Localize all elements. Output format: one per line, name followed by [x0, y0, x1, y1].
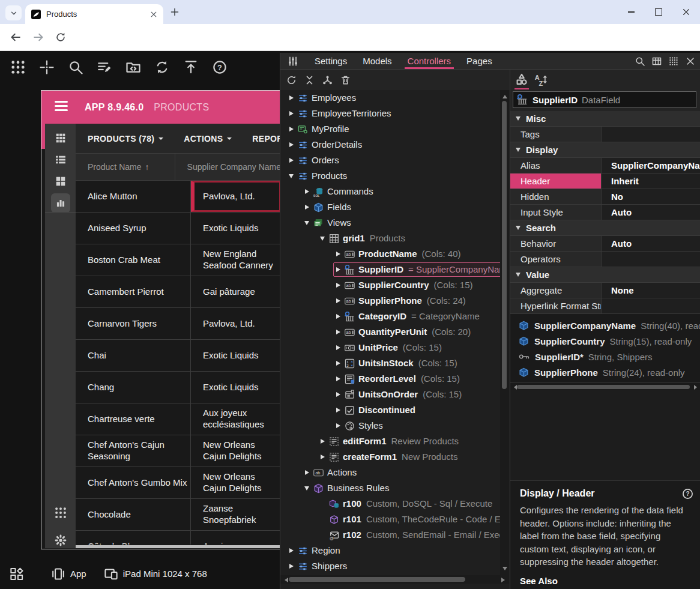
- table-row[interactable]: Carnarvon TigersPavlova, Ltd.: [76, 308, 281, 340]
- tree-vertical-scrollbar[interactable]: [500, 90, 509, 575]
- close-icon[interactable]: [686, 56, 695, 66]
- scrollbar-thumb[interactable]: [289, 577, 465, 582]
- scrollbar-thumb[interactable]: [502, 101, 507, 389]
- table-row[interactable]: Côte de BlayeAux joyeux: [76, 531, 281, 545]
- property-row-tags[interactable]: Tags: [510, 127, 700, 142]
- table-cell[interactable]: Chef Anton's Cajun Seasoning: [76, 435, 191, 467]
- table-row[interactable]: ChocoladeZaanse Snoepfabriek: [76, 499, 281, 531]
- table-row[interactable]: Chef Anton's Gumbo MixNew Orleans Cajun …: [76, 467, 281, 499]
- table-row[interactable]: ChangExotic Liquids: [76, 372, 281, 403]
- table-cell[interactable]: Pavlova, Ltd.: [191, 181, 281, 212]
- dashboard-icon[interactable]: [10, 567, 23, 581]
- tree-horizontal-scrollbar[interactable]: [280, 575, 509, 584]
- device-selector[interactable]: iPad Mini 1024 x 768: [104, 567, 207, 581]
- base-field-supplierid[interactable]: SupplierID*String, Shippers: [510, 349, 700, 364]
- table-cell[interactable]: Boston Crab Meat: [76, 244, 191, 276]
- table-cell[interactable]: Côte de Blaye: [76, 531, 191, 545]
- tree-item-commands[interactable]: SQLCommands: [280, 184, 500, 199]
- browser-tab[interactable]: Products: [25, 4, 163, 24]
- forward-icon[interactable]: [32, 31, 44, 43]
- sidebar-chart-icon[interactable]: [45, 192, 76, 214]
- search-icon[interactable]: [635, 56, 645, 66]
- table-cell[interactable]: New Orleans Cajun Delights: [191, 467, 281, 498]
- property-value[interactable]: Inherit: [602, 174, 700, 189]
- tab-models[interactable]: Models: [355, 53, 399, 70]
- selected-object-box[interactable]: SupplierID DataField: [513, 91, 696, 108]
- collapse-icon[interactable]: [304, 75, 315, 85]
- expanded-icon[interactable]: [510, 116, 526, 121]
- category-display[interactable]: Display: [510, 142, 700, 158]
- sidebar-gear-icon[interactable]: [45, 530, 76, 549]
- collapsed-icon[interactable]: [334, 314, 342, 319]
- collapsed-icon[interactable]: [334, 267, 342, 272]
- scroll-left-icon[interactable]: [511, 385, 517, 390]
- collapsed-icon[interactable]: [287, 127, 295, 131]
- tree-item-quantityperunit[interactable]: abQuantityPerUnit(Cols: 20): [280, 324, 500, 340]
- property-value[interactable]: SupplierCompanyName: [602, 158, 700, 173]
- tree-item-employeeterritories[interactable]: EmployeeTerritories: [280, 106, 500, 121]
- preview-horizontal-scrollbar[interactable]: [76, 545, 281, 548]
- tab-settings[interactable]: Settings: [307, 53, 355, 70]
- collapsed-icon[interactable]: [318, 455, 327, 459]
- tree-item-productname[interactable]: abProductName(Cols: 40): [280, 246, 500, 262]
- table-row[interactable]: Boston Crab MeatNew England Seafood Cann…: [76, 244, 281, 276]
- collapsed-icon[interactable]: [318, 439, 327, 444]
- collapsed-icon[interactable]: [287, 548, 295, 553]
- property-row-aggregate[interactable]: AggregateNone: [510, 283, 700, 298]
- scroll-left-icon[interactable]: [282, 578, 288, 582]
- table-row[interactable]: ChaiExotic Liquids: [76, 340, 281, 372]
- sidebar-cards-icon[interactable]: [45, 171, 76, 192]
- sidebar-list-icon[interactable]: [45, 149, 76, 171]
- table-cell[interactable]: Carnarvon Tigers: [76, 308, 191, 339]
- tree-item-suppliercountry[interactable]: abSupplierCountry(Cols: 15): [280, 277, 500, 293]
- property-label[interactable]: Input Style: [510, 205, 602, 220]
- collapsed-icon[interactable]: [303, 205, 311, 210]
- collapsed-icon[interactable]: [334, 330, 342, 334]
- property-value[interactable]: [602, 298, 700, 313]
- property-label[interactable]: Hyperlink Format String: [510, 298, 602, 313]
- scroll-up-icon[interactable]: [502, 92, 507, 98]
- collapsed-icon[interactable]: [334, 376, 342, 381]
- table-cell[interactable]: Chocolade: [76, 499, 191, 530]
- tree-item-reorderlevel[interactable]: ReorderLevel(Cols: 15): [280, 371, 500, 387]
- property-row-operators[interactable]: Operators: [510, 252, 700, 267]
- tree-item-editform1[interactable]: editForm1Review Products: [280, 433, 500, 449]
- scroll-right-icon[interactable]: [694, 385, 699, 390]
- table-cell[interactable]: Aux joyeux: [191, 531, 281, 545]
- tree-item-orderdetails[interactable]: OrderDetails: [280, 137, 500, 153]
- tree-item-r102[interactable]: @r102Custom, SendEmail - Email / Execute: [280, 527, 500, 543]
- menu-actions[interactable]: ACTIONS: [184, 134, 232, 143]
- collapsed-icon[interactable]: [334, 283, 342, 288]
- tree-item-r100[interactable]: r100Custom, DoSQL - Sql / Execute: [280, 496, 500, 512]
- property-row-alias[interactable]: AliasSupplierCompanyName: [510, 158, 700, 174]
- table-cell[interactable]: Alice Mutton: [76, 181, 191, 212]
- table-cell[interactable]: Pavlova, Ltd.: [191, 308, 281, 339]
- property-label[interactable]: Header: [510, 174, 602, 189]
- property-row-input-style[interactable]: Input StyleAuto: [510, 205, 700, 220]
- property-row-hidden[interactable]: HiddenNo: [510, 189, 700, 205]
- collapsed-icon[interactable]: [287, 111, 295, 116]
- property-value[interactable]: Auto: [602, 205, 700, 220]
- table-cell[interactable]: New Orleans Cajun Delights: [191, 435, 281, 467]
- property-label[interactable]: Alias: [510, 158, 602, 173]
- tree-item-region[interactable]: Region: [280, 543, 500, 558]
- base-field-suppliercountry[interactable]: SupplierCountryString(15), read-only: [510, 333, 700, 349]
- refresh-icon[interactable]: [286, 75, 297, 85]
- table-cell[interactable]: Exotic Liquids: [191, 213, 281, 244]
- minimize-button[interactable]: [617, 0, 645, 24]
- nodes-icon[interactable]: [322, 75, 333, 85]
- collapsed-icon[interactable]: [303, 470, 311, 475]
- tree-item-shippers[interactable]: Shippers: [280, 558, 500, 574]
- table-cell[interactable]: Exotic Liquids: [191, 372, 281, 403]
- property-label[interactable]: Operators: [510, 252, 602, 267]
- tree-item-createform1[interactable]: createForm1New Products: [280, 449, 500, 465]
- menu-report[interactable]: REPORT: [252, 134, 281, 143]
- scrollbar-thumb[interactable]: [517, 385, 690, 389]
- scroll-down-icon[interactable]: [502, 567, 507, 573]
- tree-item-business rules[interactable]: Business Rules: [280, 480, 500, 496]
- table-cell[interactable]: Chartreuse verte: [76, 403, 191, 435]
- table-cell[interactable]: Chef Anton's Gumbo Mix: [76, 467, 191, 498]
- tab-pages[interactable]: Pages: [459, 53, 500, 70]
- tree-item-employees[interactable]: Employees: [280, 90, 500, 106]
- property-value[interactable]: None: [602, 283, 700, 298]
